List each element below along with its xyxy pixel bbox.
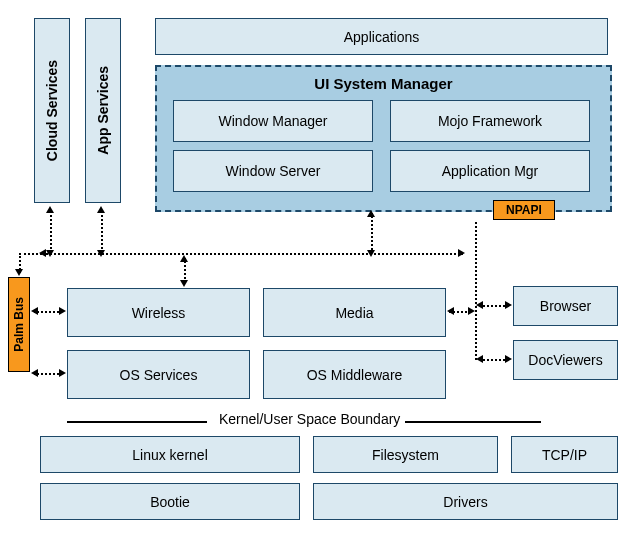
- bus-line: [43, 253, 463, 255]
- arrow-browser-r: [505, 301, 512, 309]
- app-services-box: App Services: [85, 18, 121, 203]
- drivers-label: Drivers: [443, 494, 487, 510]
- application-mgr-label: Application Mgr: [442, 163, 539, 179]
- conn-oss-bus: [34, 373, 62, 375]
- mojo-framework-box: Mojo Framework: [390, 100, 590, 142]
- browser-box: Browser: [513, 286, 618, 326]
- arrow-os-l: [31, 369, 38, 377]
- applications-box: Applications: [155, 18, 608, 55]
- docviewers-box: DocViewers: [513, 340, 618, 380]
- arrow-palm-down: [15, 269, 23, 276]
- arrow-wb-r: [59, 307, 66, 315]
- boundary-line-left: [67, 421, 207, 423]
- wireless-box: Wireless: [67, 288, 250, 337]
- filesystem-label: Filesystem: [372, 447, 439, 463]
- os-middleware-label: OS Middleware: [307, 367, 403, 383]
- palm-bus-box: Palm Bus: [8, 277, 30, 372]
- arrow-wireless-up: [180, 255, 188, 262]
- arrow-media-r: [468, 307, 475, 315]
- linux-kernel-label: Linux kernel: [132, 447, 208, 463]
- os-middleware-box: OS Middleware: [263, 350, 446, 399]
- application-mgr-box: Application Mgr: [390, 150, 590, 192]
- npapi-badge: NPAPI: [493, 200, 555, 220]
- arrow-browser-l: [476, 301, 483, 309]
- arrow-uisys-down: [367, 250, 375, 257]
- app-services-label: App Services: [95, 66, 111, 155]
- drivers-box: Drivers: [313, 483, 618, 520]
- window-server-box: Window Server: [173, 150, 373, 192]
- cloud-services-box: Cloud Services: [34, 18, 70, 203]
- palm-bus-label: Palm Bus: [12, 297, 26, 352]
- arrow-wb-l: [31, 307, 38, 315]
- conn-wireless-bus: [34, 311, 62, 313]
- boundary-label: Kernel/User Space Boundary: [213, 411, 406, 427]
- conn-uisys-down: [371, 213, 373, 253]
- filesystem-box: Filesystem: [313, 436, 498, 473]
- os-services-box: OS Services: [67, 350, 250, 399]
- os-services-label: OS Services: [120, 367, 198, 383]
- arrow-cloud-down: [46, 250, 54, 257]
- boundary-line-right: [405, 421, 541, 423]
- media-box: Media: [263, 288, 446, 337]
- arrow-doc-l: [476, 355, 483, 363]
- window-manager-box: Window Manager: [173, 100, 373, 142]
- wireless-label: Wireless: [132, 305, 186, 321]
- browser-label: Browser: [540, 298, 591, 314]
- cloud-services-label: Cloud Services: [44, 60, 60, 161]
- window-manager-label: Window Manager: [219, 113, 328, 129]
- media-label: Media: [335, 305, 373, 321]
- npapi-label: NPAPI: [506, 203, 542, 217]
- arrow-bus-l: [39, 249, 46, 257]
- conn-doc: [480, 359, 508, 361]
- ui-system-manager-title: UI System Manager: [157, 75, 610, 92]
- mojo-framework-label: Mojo Framework: [438, 113, 542, 129]
- docviewers-label: DocViewers: [528, 352, 602, 368]
- arrow-app-down: [97, 250, 105, 257]
- tcpip-box: TCP/IP: [511, 436, 618, 473]
- conn-cloud-down: [50, 210, 52, 253]
- applications-label: Applications: [344, 29, 420, 45]
- linux-kernel-box: Linux kernel: [40, 436, 300, 473]
- arrow-app-up: [97, 206, 105, 213]
- bootie-label: Bootie: [150, 494, 190, 510]
- arrow-cloud-up: [46, 206, 54, 213]
- conn-app-down: [101, 210, 103, 253]
- arrow-wireless-down: [180, 280, 188, 287]
- arrow-doc-r: [505, 355, 512, 363]
- conn-browser: [480, 305, 508, 307]
- arrow-media-l: [447, 307, 454, 315]
- arrow-uisys-up: [367, 210, 375, 217]
- arrow-os-r: [59, 369, 66, 377]
- conn-npapi-down: [475, 222, 477, 360]
- bootie-box: Bootie: [40, 483, 300, 520]
- arrow-bus-r: [458, 249, 465, 257]
- window-server-label: Window Server: [226, 163, 321, 179]
- tcpip-label: TCP/IP: [542, 447, 587, 463]
